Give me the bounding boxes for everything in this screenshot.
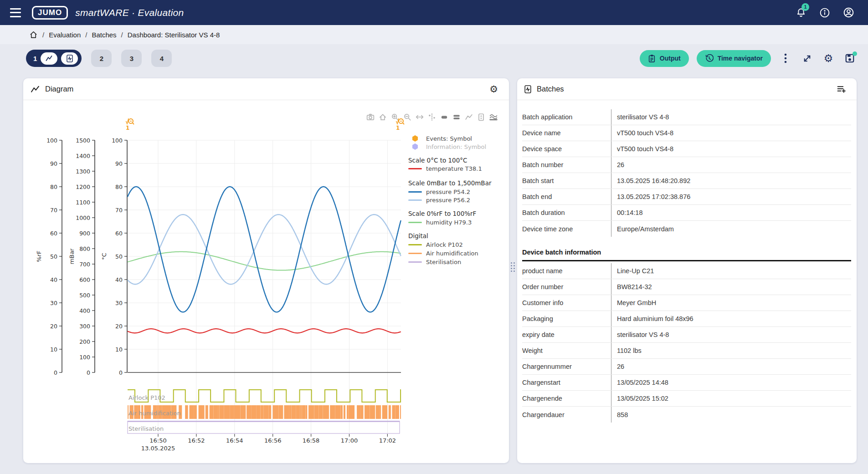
legend-item[interactable]: Information: Symbol (408, 143, 486, 151)
svg-text:600: 600 (79, 276, 90, 283)
table-row: Batch duration00:14:18 (522, 205, 851, 221)
svg-text:1500: 1500 (76, 137, 90, 144)
time-navigator-button[interactable]: Time navigator (697, 50, 771, 67)
tab-4[interactable]: 4 (151, 50, 172, 67)
notifications-bell-icon[interactable]: 1 (795, 7, 807, 19)
breadcrumb-batches[interactable]: Batches (92, 31, 116, 39)
row-label: Device time zone (522, 225, 611, 233)
diagram-settings-gear-icon[interactable]: ⚙ (489, 84, 498, 94)
svg-text:Air humidification: Air humidification (128, 410, 181, 417)
save-view-icon[interactable] (843, 51, 857, 65)
legend-item[interactable]: Air humidification (408, 249, 478, 257)
info-icon[interactable] (819, 7, 831, 19)
table-row: product nameLine-Up C21 (522, 263, 851, 279)
svg-text:Sterilisation: Sterilisation (128, 425, 164, 432)
svg-text:1100: 1100 (76, 199, 90, 206)
legend-item[interactable]: pressure P54.2 (408, 188, 470, 196)
svg-text:0: 0 (54, 369, 57, 376)
batches-card-header: Batches (517, 78, 857, 100)
row-value: Hard aluminium foil 48x96 (611, 311, 851, 326)
hover-closest-icon[interactable] (428, 113, 436, 121)
svg-text:700: 700 (79, 261, 90, 268)
svg-text:100: 100 (79, 354, 90, 361)
tab-2[interactable]: 2 (91, 50, 112, 67)
tab-3[interactable]: 3 (121, 50, 142, 67)
tab-1-active[interactable]: 1 (26, 50, 82, 67)
autoscale-icon[interactable] (416, 113, 424, 121)
legend-item[interactable]: humidity H79.3 (408, 218, 472, 226)
breadcrumb: / Evaluation / Batches / Dashboard: Ster… (0, 25, 868, 44)
chart-modebar (366, 113, 498, 121)
legend-item[interactable]: temperature T38.1 (408, 164, 482, 173)
breadcrumb-evaluation[interactable]: Evaluation (49, 31, 81, 39)
svg-text:800: 800 (79, 245, 90, 252)
row-label: Batch duration (522, 209, 611, 216)
svg-text:30: 30 (115, 300, 123, 306)
clipboard-icon (648, 54, 656, 63)
svg-text:80: 80 (50, 183, 57, 190)
legend-item[interactable]: Airlock P102 (408, 240, 463, 249)
row-value: vT500 touch VS4-8 (611, 125, 851, 141)
svg-text:16:54: 16:54 (226, 437, 243, 444)
overlay-waves-icon[interactable] (489, 113, 498, 121)
svg-text:1300: 1300 (76, 168, 90, 175)
row-label: Order number (522, 283, 611, 291)
row-label: Chargendauer (522, 411, 611, 418)
legend-group-header: Digital (408, 232, 428, 240)
svg-text:1200: 1200 (76, 183, 90, 190)
zoom-level-badge-right[interactable]: 1 (395, 117, 407, 129)
breadcrumb-current[interactable]: Dashboard: Sterilisator VS 4-8 (128, 31, 220, 39)
line-chart-icon[interactable] (465, 113, 473, 121)
row-label: Batch application (522, 113, 611, 121)
home-icon[interactable] (29, 31, 38, 39)
row-label: Device name (522, 129, 611, 137)
svg-text:mBar: mBar (68, 248, 75, 265)
table-row: expiry datesterilisator VS 4-8 (522, 327, 851, 343)
svg-text:60: 60 (115, 230, 123, 237)
spike-lines-icon[interactable] (477, 113, 485, 121)
tab1-batch-view-toggle[interactable] (61, 52, 78, 65)
diagram-card: Diagram ⚙ 0102030405060708090100%rF01002… (23, 78, 509, 463)
legend-item[interactable]: pressure P56.2 (408, 196, 470, 204)
svg-text:30: 30 (50, 300, 57, 306)
table-row: PackagingHard aluminium foil 48x96 (522, 311, 851, 327)
svg-text:80: 80 (115, 183, 123, 190)
account-icon[interactable] (842, 7, 854, 19)
eraser-icon[interactable] (440, 113, 448, 121)
home-icon[interactable] (379, 113, 387, 121)
toolbar-actions: Output Time navigator ⚙ (640, 50, 857, 67)
svg-text:100: 100 (46, 137, 57, 144)
panel-resize-handle[interactable] (511, 262, 515, 274)
zoom-level-badge-left[interactable]: 1 (125, 117, 137, 129)
row-label: Packaging (522, 315, 611, 322)
svg-text:16:58: 16:58 (303, 437, 319, 444)
add-to-list-icon[interactable] (837, 85, 846, 93)
jumo-logo: JUMO (32, 6, 68, 20)
more-options-kebab-icon[interactable] (779, 51, 792, 65)
row-label: Chargenstart (522, 379, 611, 386)
settings-gear-icon[interactable]: ⚙ (822, 51, 835, 65)
table-row: Chargennummer26 (522, 359, 851, 375)
svg-text:50: 50 (50, 253, 57, 260)
svg-text:100: 100 (112, 137, 123, 144)
menu-icon[interactable] (10, 8, 22, 17)
output-button[interactable]: Output (640, 50, 689, 67)
legend-item[interactable]: Sterilisation (408, 258, 461, 266)
batches-card: Batches Batch applicationsterilisator VS… (517, 78, 857, 463)
line-chart-icon (31, 86, 40, 93)
svg-text:90: 90 (50, 160, 57, 167)
camera-icon[interactable] (366, 113, 375, 121)
svg-text:°C: °C (101, 253, 108, 260)
legend-group-header: Scale 0°C to 100°C (408, 156, 467, 164)
legend-item[interactable]: Events: Symbol (408, 134, 472, 143)
svg-text:10: 10 (115, 346, 123, 353)
svg-text:90: 90 (115, 160, 123, 167)
device-batch-information-heading: Device batch information (522, 249, 851, 261)
compare-data-icon[interactable] (452, 113, 461, 121)
history-clock-icon (705, 54, 714, 63)
tab1-diagram-view-toggle[interactable] (41, 52, 57, 65)
svg-text:40: 40 (115, 276, 123, 283)
row-label: product name (522, 267, 611, 275)
table-row: Batch start13.05.2025 16:48:20.892 (522, 173, 851, 189)
fullscreen-expand-icon[interactable] (800, 51, 814, 65)
